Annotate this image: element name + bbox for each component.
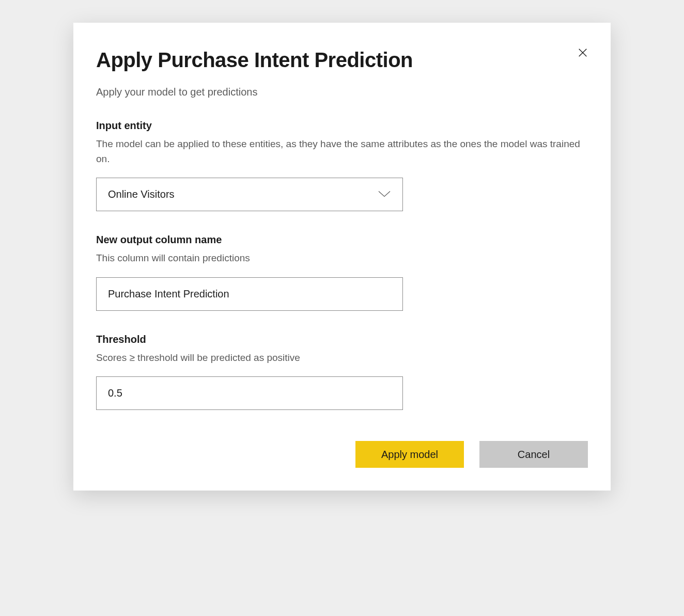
- input-entity-help: The model can be applied to these entiti…: [96, 137, 588, 166]
- apply-model-dialog: Apply Purchase Intent Prediction Apply y…: [73, 23, 611, 491]
- input-entity-select[interactable]: Online Visitors: [96, 178, 403, 211]
- close-button[interactable]: [576, 45, 590, 60]
- chevron-down-icon: [378, 188, 391, 200]
- dialog-subtitle: Apply your model to get predictions: [96, 86, 588, 98]
- threshold-label: Threshold: [96, 334, 588, 345]
- output-column-input[interactable]: [96, 277, 403, 311]
- output-column-group: New output column name This column will …: [96, 234, 588, 311]
- threshold-help: Scores ≥ threshold will be predicted as …: [96, 351, 588, 366]
- apply-model-button[interactable]: Apply model: [355, 441, 464, 468]
- input-entity-label: Input entity: [96, 120, 588, 132]
- dialog-title: Apply Purchase Intent Prediction: [96, 49, 588, 72]
- cancel-button[interactable]: Cancel: [479, 441, 588, 468]
- input-entity-value: Online Visitors: [108, 188, 175, 200]
- output-column-label: New output column name: [96, 234, 588, 246]
- threshold-input[interactable]: [96, 376, 403, 410]
- threshold-group: Threshold Scores ≥ threshold will be pre…: [96, 334, 588, 410]
- dialog-button-row: Apply model Cancel: [96, 441, 588, 468]
- output-column-help: This column will contain predictions: [96, 251, 588, 266]
- close-icon: [577, 47, 588, 58]
- input-entity-group: Input entity The model can be applied to…: [96, 120, 588, 211]
